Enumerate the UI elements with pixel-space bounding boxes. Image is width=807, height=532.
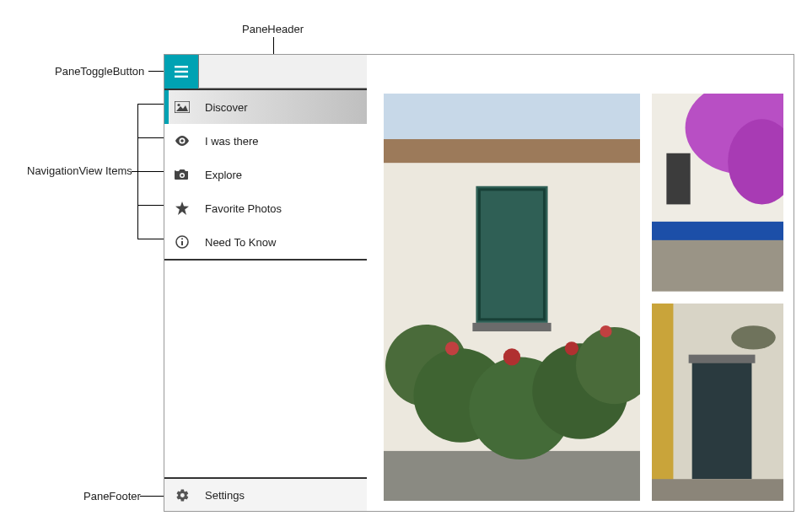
nav-item-needtoknow[interactable]: Need To Know bbox=[164, 225, 367, 259]
image-icon bbox=[175, 101, 190, 113]
svg-rect-38 bbox=[689, 354, 756, 363]
svg-rect-12 bbox=[384, 94, 640, 143]
pane-header-content bbox=[198, 55, 367, 88]
svg-rect-15 bbox=[476, 186, 547, 323]
nav-item-label: Need To Know bbox=[205, 236, 276, 249]
svg-point-24 bbox=[503, 348, 520, 365]
nav-item-label: Discover bbox=[205, 101, 248, 114]
svg-point-7 bbox=[180, 174, 183, 176]
pane-toggle-button[interactable] bbox=[164, 55, 198, 89]
svg-point-10 bbox=[181, 238, 183, 239]
svg-point-26 bbox=[445, 341, 459, 355]
pane-footer-settings[interactable]: Settings bbox=[164, 477, 367, 511]
svg-rect-2 bbox=[175, 76, 188, 78]
nav-item-explore[interactable]: Explore bbox=[164, 158, 367, 191]
side-photos bbox=[652, 94, 783, 501]
svg-rect-39 bbox=[652, 479, 783, 501]
main-photo bbox=[384, 94, 640, 501]
nav-item-iwasthere[interactable]: I was there bbox=[164, 124, 367, 158]
info-icon bbox=[175, 235, 190, 249]
photo-old-door bbox=[652, 304, 783, 502]
annotation-panetoggle: PaneToggleButton bbox=[55, 65, 144, 78]
app-window: Discover I was there Explore Favorite Ph… bbox=[164, 54, 794, 512]
navigation-items: Discover I was there Explore Favorite Ph… bbox=[164, 89, 367, 261]
svg-rect-34 bbox=[666, 153, 690, 205]
svg-rect-0 bbox=[175, 66, 188, 67]
svg-point-40 bbox=[731, 325, 776, 349]
annotation-panefooter: PaneFooter bbox=[83, 490, 141, 502]
gear-icon bbox=[175, 488, 190, 502]
svg-rect-37 bbox=[692, 359, 752, 479]
svg-rect-36 bbox=[652, 304, 673, 502]
svg-point-4 bbox=[177, 104, 180, 106]
svg-point-5 bbox=[180, 139, 184, 142]
navigation-pane: Discover I was there Explore Favorite Ph… bbox=[164, 55, 367, 511]
photo-house-door bbox=[384, 94, 640, 501]
star-icon bbox=[175, 202, 190, 215]
footer-label: Settings bbox=[205, 489, 245, 502]
nav-item-discover[interactable]: Discover bbox=[164, 90, 367, 124]
hamburger-icon bbox=[175, 66, 188, 78]
annotation-paneheader: PaneHeader bbox=[242, 23, 304, 35]
content-area bbox=[384, 94, 783, 501]
svg-rect-13 bbox=[384, 139, 640, 163]
photo-flowers-street bbox=[652, 94, 783, 292]
nav-item-label: Explore bbox=[205, 169, 242, 181]
pane-spacer bbox=[164, 261, 367, 477]
svg-rect-17 bbox=[472, 323, 551, 331]
annotation-navitems: NavigationView Items bbox=[27, 164, 132, 177]
svg-point-25 bbox=[565, 341, 578, 355]
pane-header bbox=[164, 55, 367, 89]
nav-item-label: I was there bbox=[205, 135, 259, 148]
svg-rect-1 bbox=[175, 71, 188, 73]
svg-rect-30 bbox=[652, 222, 783, 240]
camera-icon bbox=[175, 169, 190, 180]
eye-icon bbox=[175, 136, 190, 146]
svg-rect-29 bbox=[652, 239, 783, 292]
nav-item-label: Favorite Photos bbox=[205, 202, 282, 215]
pointer-line bbox=[132, 171, 138, 172]
nav-item-favorites[interactable]: Favorite Photos bbox=[164, 191, 367, 225]
svg-point-27 bbox=[600, 325, 611, 337]
